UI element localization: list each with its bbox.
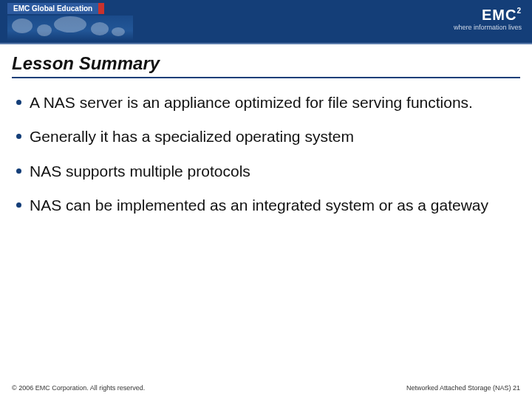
list-item: NAS can be implemented as an integrated … bbox=[16, 196, 516, 215]
emc-logo-text: EMC bbox=[482, 7, 516, 23]
list-item: NAS supports multiple protocols bbox=[16, 162, 516, 181]
header-bar: EMC Global Education EMC2 where informat… bbox=[0, 0, 532, 43]
slide-title-wrap: Lesson Summary bbox=[12, 53, 520, 78]
list-item: A NAS server is an appliance optimized f… bbox=[16, 93, 516, 112]
world-map-icon bbox=[7, 16, 133, 41]
footer: © 2006 EMC Corporation. All rights reser… bbox=[0, 384, 532, 392]
svg-point-0 bbox=[12, 18, 33, 33]
slide: EMC Global Education EMC2 where informat… bbox=[0, 0, 532, 399]
emc-logo-sup: 2 bbox=[516, 7, 522, 15]
svg-point-1 bbox=[37, 24, 52, 36]
emc-tagline: where information lives bbox=[454, 24, 522, 31]
header-right-group: EMC2 where information lives bbox=[454, 7, 522, 31]
slide-content: A NAS server is an appliance optimized f… bbox=[0, 89, 532, 215]
footer-left: © 2006 EMC Corporation. All rights reser… bbox=[12, 384, 145, 392]
header-left-group: EMC Global Education bbox=[7, 3, 133, 41]
brand-box: EMC Global Education bbox=[7, 3, 104, 14]
bullet-list: A NAS server is an appliance optimized f… bbox=[16, 93, 516, 215]
list-item: Generally it has a specialized operating… bbox=[16, 127, 516, 146]
emc-logo: EMC2 bbox=[454, 7, 522, 22]
svg-point-4 bbox=[112, 27, 125, 36]
svg-point-2 bbox=[54, 16, 86, 33]
svg-point-3 bbox=[91, 22, 109, 35]
slide-title: Lesson Summary bbox=[12, 53, 520, 74]
header-divider bbox=[0, 43, 532, 44]
footer-right: Networked Attached Storage (NAS) 21 bbox=[406, 384, 520, 392]
